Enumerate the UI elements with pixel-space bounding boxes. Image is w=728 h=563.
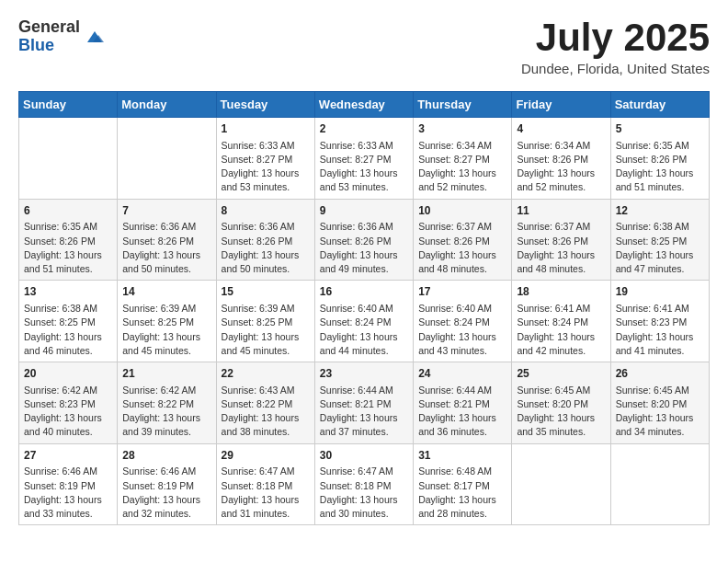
day-number: 16 bbox=[320, 284, 408, 300]
cell-content: Sunrise: 6:39 AMSunset: 8:25 PMDaylight:… bbox=[222, 302, 310, 358]
location: Dundee, Florida, United States bbox=[521, 61, 710, 76]
logo-text: General Blue bbox=[18, 18, 80, 55]
cell-content: Sunrise: 6:35 AMSunset: 8:26 PMDaylight:… bbox=[24, 220, 112, 276]
cell-content: Sunrise: 6:36 AMSunset: 8:26 PMDaylight:… bbox=[222, 220, 310, 276]
cell-content: Sunrise: 6:47 AMSunset: 8:18 PMDaylight:… bbox=[222, 465, 310, 521]
title-block: July 2025 Dundee, Florida, United States bbox=[521, 18, 710, 76]
weekday-header: Thursday bbox=[414, 92, 512, 118]
calendar-cell: 12Sunrise: 6:38 AMSunset: 8:25 PMDayligh… bbox=[610, 199, 709, 281]
calendar-week-row: 27Sunrise: 6:46 AMSunset: 8:19 PMDayligh… bbox=[19, 443, 710, 525]
cell-content: Sunrise: 6:37 AMSunset: 8:26 PMDaylight:… bbox=[517, 220, 605, 276]
day-number: 4 bbox=[517, 121, 605, 137]
day-number: 9 bbox=[320, 203, 408, 219]
day-number: 15 bbox=[222, 284, 310, 300]
calendar-cell: 9Sunrise: 6:36 AMSunset: 8:26 PMDaylight… bbox=[314, 199, 413, 281]
calendar-cell: 19Sunrise: 6:41 AMSunset: 8:23 PMDayligh… bbox=[610, 281, 709, 362]
calendar-cell: 10Sunrise: 6:37 AMSunset: 8:26 PMDayligh… bbox=[414, 199, 512, 281]
cell-content: Sunrise: 6:42 AMSunset: 8:22 PMDaylight:… bbox=[122, 384, 210, 440]
cell-content: Sunrise: 6:41 AMSunset: 8:24 PMDaylight:… bbox=[517, 302, 605, 358]
calendar-cell: 8Sunrise: 6:36 AMSunset: 8:26 PMDaylight… bbox=[216, 199, 314, 281]
calendar-cell: 28Sunrise: 6:46 AMSunset: 8:19 PMDayligh… bbox=[118, 443, 216, 525]
calendar-cell bbox=[610, 443, 709, 525]
cell-content: Sunrise: 6:47 AMSunset: 8:18 PMDaylight:… bbox=[320, 465, 408, 521]
day-number: 28 bbox=[122, 448, 210, 464]
calendar-header-row: SundayMondayTuesdayWednesdayThursdayFrid… bbox=[19, 92, 710, 118]
weekday-header: Monday bbox=[118, 92, 216, 118]
day-number: 23 bbox=[320, 366, 408, 382]
day-number: 7 bbox=[122, 203, 210, 219]
calendar-cell: 3Sunrise: 6:34 AMSunset: 8:27 PMDaylight… bbox=[414, 118, 512, 200]
calendar-cell: 30Sunrise: 6:47 AMSunset: 8:18 PMDayligh… bbox=[314, 443, 413, 525]
cell-content: Sunrise: 6:45 AMSunset: 8:20 PMDaylight:… bbox=[517, 384, 605, 440]
calendar-cell: 22Sunrise: 6:43 AMSunset: 8:22 PMDayligh… bbox=[216, 362, 314, 444]
cell-content: Sunrise: 6:43 AMSunset: 8:22 PMDaylight:… bbox=[222, 384, 310, 440]
calendar-week-row: 13Sunrise: 6:38 AMSunset: 8:25 PMDayligh… bbox=[19, 281, 710, 362]
cell-content: Sunrise: 6:44 AMSunset: 8:21 PMDaylight:… bbox=[418, 384, 506, 440]
calendar-cell: 23Sunrise: 6:44 AMSunset: 8:21 PMDayligh… bbox=[314, 362, 413, 444]
calendar-cell: 21Sunrise: 6:42 AMSunset: 8:22 PMDayligh… bbox=[118, 362, 216, 444]
logo-icon bbox=[84, 26, 106, 48]
weekday-header: Wednesday bbox=[314, 92, 413, 118]
cell-content: Sunrise: 6:39 AMSunset: 8:25 PMDaylight:… bbox=[122, 302, 210, 358]
calendar-cell: 26Sunrise: 6:45 AMSunset: 8:20 PMDayligh… bbox=[610, 362, 709, 444]
cell-content: Sunrise: 6:42 AMSunset: 8:23 PMDaylight:… bbox=[24, 384, 112, 440]
calendar-cell: 4Sunrise: 6:34 AMSunset: 8:26 PMDaylight… bbox=[512, 118, 610, 200]
weekday-header: Tuesday bbox=[216, 92, 314, 118]
cell-content: Sunrise: 6:41 AMSunset: 8:23 PMDaylight:… bbox=[616, 302, 704, 358]
cell-content: Sunrise: 6:44 AMSunset: 8:21 PMDaylight:… bbox=[320, 384, 408, 440]
calendar-cell: 24Sunrise: 6:44 AMSunset: 8:21 PMDayligh… bbox=[414, 362, 512, 444]
day-number: 31 bbox=[418, 448, 506, 464]
day-number: 27 bbox=[24, 448, 112, 464]
day-number: 1 bbox=[222, 121, 310, 137]
calendar-cell: 29Sunrise: 6:47 AMSunset: 8:18 PMDayligh… bbox=[216, 443, 314, 525]
day-number: 17 bbox=[418, 284, 506, 300]
day-number: 6 bbox=[24, 203, 112, 219]
calendar-cell bbox=[118, 118, 216, 200]
weekday-header: Friday bbox=[512, 92, 610, 118]
calendar-cell: 16Sunrise: 6:40 AMSunset: 8:24 PMDayligh… bbox=[314, 281, 413, 362]
cell-content: Sunrise: 6:34 AMSunset: 8:26 PMDaylight:… bbox=[517, 139, 605, 195]
day-number: 3 bbox=[418, 121, 506, 137]
day-number: 12 bbox=[616, 203, 704, 219]
calendar-cell: 11Sunrise: 6:37 AMSunset: 8:26 PMDayligh… bbox=[512, 199, 610, 281]
day-number: 20 bbox=[24, 366, 112, 382]
day-number: 13 bbox=[24, 284, 112, 300]
cell-content: Sunrise: 6:40 AMSunset: 8:24 PMDaylight:… bbox=[320, 302, 408, 358]
logo-general: General bbox=[18, 17, 80, 36]
cell-content: Sunrise: 6:48 AMSunset: 8:17 PMDaylight:… bbox=[418, 465, 506, 521]
calendar-cell: 31Sunrise: 6:48 AMSunset: 8:17 PMDayligh… bbox=[414, 443, 512, 525]
cell-content: Sunrise: 6:38 AMSunset: 8:25 PMDaylight:… bbox=[616, 220, 704, 276]
calendar-cell: 13Sunrise: 6:38 AMSunset: 8:25 PMDayligh… bbox=[19, 281, 118, 362]
cell-content: Sunrise: 6:36 AMSunset: 8:26 PMDaylight:… bbox=[122, 220, 210, 276]
weekday-header: Sunday bbox=[19, 92, 118, 118]
day-number: 14 bbox=[122, 284, 210, 300]
calendar-cell: 2Sunrise: 6:33 AMSunset: 8:27 PMDaylight… bbox=[314, 118, 413, 200]
day-number: 21 bbox=[122, 366, 210, 382]
calendar-cell: 6Sunrise: 6:35 AMSunset: 8:26 PMDaylight… bbox=[19, 199, 118, 281]
calendar-week-row: 20Sunrise: 6:42 AMSunset: 8:23 PMDayligh… bbox=[19, 362, 710, 444]
calendar-cell: 7Sunrise: 6:36 AMSunset: 8:26 PMDaylight… bbox=[118, 199, 216, 281]
calendar-table: SundayMondayTuesdayWednesdayThursdayFrid… bbox=[18, 91, 710, 525]
day-number: 19 bbox=[616, 284, 704, 300]
day-number: 25 bbox=[517, 366, 605, 382]
day-number: 30 bbox=[320, 448, 408, 464]
cell-content: Sunrise: 6:38 AMSunset: 8:25 PMDaylight:… bbox=[24, 302, 112, 358]
calendar-cell: 20Sunrise: 6:42 AMSunset: 8:23 PMDayligh… bbox=[19, 362, 118, 444]
cell-content: Sunrise: 6:35 AMSunset: 8:26 PMDaylight:… bbox=[616, 139, 704, 195]
calendar-cell: 5Sunrise: 6:35 AMSunset: 8:26 PMDaylight… bbox=[610, 118, 709, 200]
day-number: 11 bbox=[517, 203, 605, 219]
cell-content: Sunrise: 6:36 AMSunset: 8:26 PMDaylight:… bbox=[320, 220, 408, 276]
day-number: 18 bbox=[517, 284, 605, 300]
calendar-cell: 15Sunrise: 6:39 AMSunset: 8:25 PMDayligh… bbox=[216, 281, 314, 362]
day-number: 24 bbox=[418, 366, 506, 382]
day-number: 29 bbox=[222, 448, 310, 464]
cell-content: Sunrise: 6:33 AMSunset: 8:27 PMDaylight:… bbox=[222, 139, 310, 195]
cell-content: Sunrise: 6:34 AMSunset: 8:27 PMDaylight:… bbox=[418, 139, 506, 195]
day-number: 5 bbox=[616, 121, 704, 137]
cell-content: Sunrise: 6:46 AMSunset: 8:19 PMDaylight:… bbox=[122, 465, 210, 521]
calendar-cell: 14Sunrise: 6:39 AMSunset: 8:25 PMDayligh… bbox=[118, 281, 216, 362]
day-number: 8 bbox=[222, 203, 310, 219]
day-number: 22 bbox=[222, 366, 310, 382]
calendar-week-row: 6Sunrise: 6:35 AMSunset: 8:26 PMDaylight… bbox=[19, 199, 710, 281]
weekday-header: Saturday bbox=[610, 92, 709, 118]
